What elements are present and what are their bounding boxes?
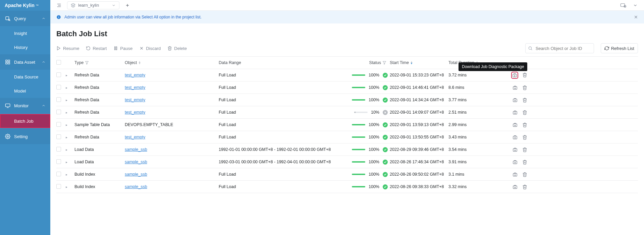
nav-group-monitor[interactable]: Monitor (0, 98, 50, 113)
delete-row-button[interactable] (522, 184, 527, 189)
discard-button[interactable]: Discard (139, 46, 161, 51)
download-diagnostic-button[interactable] (513, 147, 518, 152)
diagnostic-icon[interactable] (619, 1, 627, 9)
row-checkbox[interactable] (56, 172, 61, 176)
object-link[interactable]: sample_ssb (125, 147, 147, 152)
col-start-time[interactable]: Start Time ▲▼ (390, 60, 448, 65)
expand-caret-icon[interactable]: ▸ (66, 135, 74, 139)
pause-button[interactable]: Pause (113, 46, 132, 51)
project-selector[interactable]: learn_kylin (67, 1, 119, 9)
download-diagnostic-button[interactable] (513, 110, 518, 115)
row-checkbox[interactable] (56, 159, 61, 164)
cell-range: Full Load (219, 73, 339, 77)
cell-status: 10% (339, 110, 390, 115)
progress-pct: 10% (371, 110, 379, 115)
delete-row-button[interactable] (522, 135, 527, 140)
nav-group-query[interactable]: Query (0, 11, 50, 26)
expand-caret-icon[interactable]: ▸ (66, 123, 74, 127)
delete-row-button[interactable] (522, 147, 527, 152)
delete-row-button[interactable] (522, 122, 527, 127)
table-row: ▸ Sample Table Data DEVOPS.EMPTY_TABLE F… (56, 119, 638, 131)
restart-button[interactable]: Restart (86, 46, 107, 51)
object-link[interactable]: test_empty (125, 98, 145, 102)
col-status[interactable]: Status (339, 60, 390, 65)
object-link[interactable]: sample_ssb (125, 172, 147, 177)
delete-row-button[interactable] (522, 160, 527, 165)
refresh-button[interactable]: Refresh List (601, 43, 638, 53)
expand-caret-icon[interactable]: ▸ (66, 160, 74, 164)
expand-caret-icon[interactable]: ▸ (66, 148, 74, 152)
delete-button[interactable]: Delete (167, 46, 187, 51)
expand-caret-icon[interactable]: ▸ (66, 173, 74, 176)
object-link[interactable]: test_empty (125, 73, 145, 77)
sidebar-item-label: Batch Job (14, 119, 34, 124)
sidebar-item-history[interactable]: History (0, 40, 50, 54)
expand-caret-icon[interactable]: ▸ (66, 73, 74, 77)
delete-row-button[interactable] (522, 110, 527, 115)
object-link[interactable]: sample_ssb (125, 160, 147, 164)
close-icon[interactable]: ✕ (634, 14, 638, 20)
svg-rect-18 (58, 16, 59, 16)
download-diagnostic-button[interactable] (513, 184, 518, 189)
row-checkbox[interactable] (56, 85, 61, 90)
cell-duration: 2.51 mins (448, 110, 507, 115)
expand-caret-icon[interactable]: ▸ (66, 185, 74, 189)
row-checkbox[interactable] (56, 147, 61, 152)
row-checkbox[interactable] (56, 97, 61, 102)
delete-row-button[interactable] (522, 72, 527, 78)
object-link[interactable]: test_empty (125, 85, 145, 90)
cell-duration: 3.91 mins (448, 160, 507, 164)
object-text: DEVOPS.EMPTY_TABLE (125, 122, 173, 127)
row-checkbox[interactable] (56, 134, 61, 139)
search-input[interactable] (525, 43, 594, 53)
row-checkbox[interactable] (56, 72, 61, 77)
download-diagnostic-button[interactable] (512, 72, 518, 78)
query-icon (5, 15, 11, 21)
page-title: Batch Job List (56, 30, 638, 38)
nav-group-data-asset[interactable]: Data Asset (0, 54, 50, 70)
chevron-up-icon (42, 60, 46, 64)
col-type[interactable]: Type (74, 60, 125, 65)
download-diagnostic-button[interactable] (513, 135, 518, 140)
download-diagnostic-button[interactable] (513, 122, 518, 127)
status-badge (383, 147, 388, 152)
info-banner: Admin user can view all job information … (50, 11, 644, 23)
expand-caret-icon[interactable]: ▸ (66, 111, 74, 114)
object-link[interactable]: test_empty (125, 135, 145, 139)
resume-button[interactable]: Resume (56, 46, 79, 51)
delete-row-button[interactable] (522, 172, 527, 177)
object-link[interactable]: test_empty (125, 110, 145, 115)
sidebar-item-insight[interactable]: Insight (0, 26, 50, 40)
cell-type: Load Data (74, 160, 125, 164)
sidebar-item-setting[interactable]: Setting (0, 129, 50, 144)
cell-duration: 3.54 mins (448, 147, 507, 152)
expand-caret-icon[interactable]: ▸ (66, 86, 74, 90)
delete-row-button[interactable] (522, 98, 527, 103)
add-project-button[interactable] (123, 1, 131, 9)
sidebar-item-batch-job[interactable]: Batch Job (0, 114, 50, 128)
row-checkbox[interactable] (56, 122, 61, 127)
cell-start: 2022-08-29 09:39:46 GMT+8 (390, 147, 448, 152)
cell-object: test_empty (125, 73, 219, 77)
sidebar-item-model[interactable]: Model (0, 84, 50, 98)
row-checkbox[interactable] (56, 184, 61, 189)
col-object[interactable]: Object ▲▼ (125, 60, 219, 65)
download-diagnostic-button[interactable] (513, 85, 518, 90)
row-checkbox[interactable] (56, 110, 61, 114)
svg-rect-2 (6, 60, 7, 62)
sort-icon: ▲▼ (138, 61, 141, 64)
progress-pct: 100% (369, 147, 379, 152)
download-diagnostic-button[interactable] (513, 172, 518, 177)
cell-object: test_empty (125, 98, 219, 102)
cell-start: 2022-09-01 14:09:07 GMT+8 (390, 110, 448, 115)
expand-caret-icon[interactable]: ▸ (66, 98, 74, 102)
download-diagnostic-button[interactable] (513, 98, 518, 103)
cell-duration: 2.99 mins (448, 122, 507, 127)
download-diagnostic-button[interactable] (513, 160, 518, 165)
object-link[interactable]: sample_ssb (125, 184, 147, 189)
chevron-down-icon[interactable] (631, 1, 639, 9)
sidebar-toggle-icon[interactable] (55, 1, 63, 9)
select-all-checkbox[interactable] (56, 60, 61, 65)
sidebar-item-data-source[interactable]: Data Source (0, 70, 50, 84)
delete-row-button[interactable] (522, 85, 527, 90)
